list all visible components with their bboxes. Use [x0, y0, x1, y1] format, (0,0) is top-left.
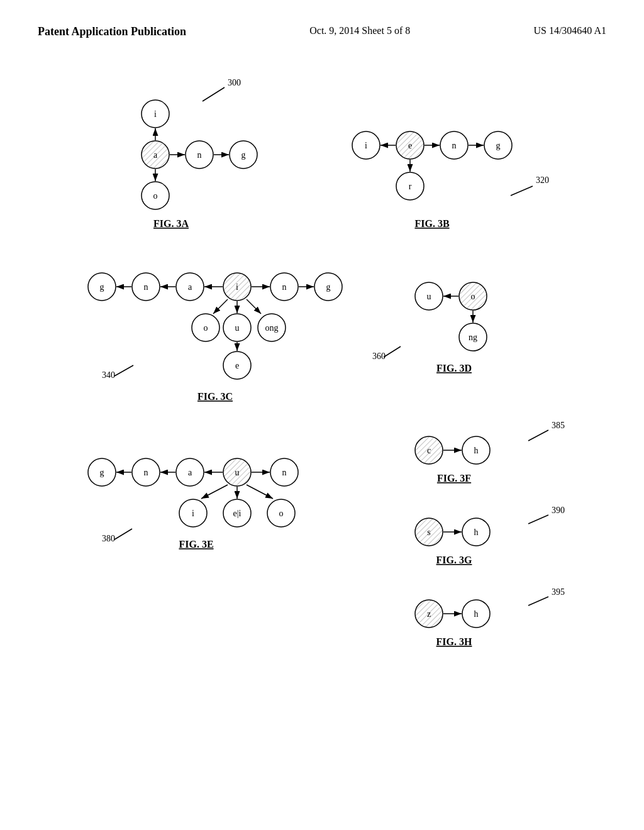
ref-340-line — [114, 365, 133, 376]
page-header: Patent Application Publication Oct. 9, 2… — [0, 0, 644, 51]
ref-390: 390 — [552, 506, 565, 515]
node-z-3h-label: z — [427, 609, 431, 619]
node-n-3b-label: n — [452, 141, 457, 150]
node-s-3g-label: s — [427, 528, 430, 537]
ref-395-line — [528, 597, 548, 606]
node-c-3f-label: c — [427, 446, 431, 455]
ref-390-line — [528, 515, 548, 524]
node-h-3f-label: h — [474, 446, 479, 455]
arrow-u-i-3e — [201, 485, 228, 499]
ref-300: 300 — [228, 78, 241, 87]
node-i-3e-label: i — [192, 509, 194, 518]
fig3c-label: FIG. 3C — [197, 391, 233, 402]
node-o-3a-label: o — [153, 191, 158, 201]
node-g-right-3c-label: g — [326, 282, 331, 292]
node-o-3c-label: o — [204, 323, 208, 333]
node-h-3h-label: h — [474, 609, 479, 619]
node-g-3b-label: g — [496, 141, 501, 150]
node-n-right-3c-label: n — [282, 282, 287, 292]
fig3f-label: FIG. 3F — [437, 473, 471, 484]
ref-360-line — [384, 346, 401, 357]
node-n-left-3c-label: n — [144, 282, 148, 292]
node-h-3g-label: h — [474, 528, 479, 537]
node-i-3b-label: i — [365, 141, 367, 150]
ref-320-line — [511, 186, 533, 196]
node-e-3b-label: e — [408, 141, 412, 150]
node-u-3c-label: u — [235, 323, 240, 333]
node-ng-3d-label: ng — [469, 333, 477, 342]
node-o-3d-label: o — [471, 292, 475, 301]
arrow-i-ong-3c — [247, 299, 261, 314]
ref-340: 340 — [102, 370, 115, 380]
node-a-3e-label: a — [188, 468, 192, 477]
node-r-3b-label: r — [409, 182, 412, 191]
node-n-right-3e-label: n — [282, 468, 287, 477]
arrow-i-o-3c — [213, 299, 228, 314]
node-u-3d-label: u — [427, 292, 431, 301]
diagrams-svg: 300 i a n g o FIG. 3A 320 i — [38, 64, 606, 805]
ref-300-line — [203, 87, 225, 101]
ref-385-line — [528, 430, 548, 441]
arrow-u-o-3e — [247, 485, 273, 499]
node-ei-3e-label: e|i — [233, 509, 242, 518]
node-n-left-3e-label: n — [144, 468, 148, 477]
main-content: 300 i a n g o FIG. 3A 320 i — [0, 51, 644, 821]
ref-320: 320 — [536, 175, 549, 185]
fig3a-label: FIG. 3A — [153, 218, 189, 229]
ref-395: 395 — [552, 587, 565, 597]
node-e-3c-label: e — [235, 361, 239, 370]
fig3b-label: FIG. 3B — [414, 218, 449, 229]
header-title: Patent Application Publication — [38, 25, 186, 38]
ref-385: 385 — [552, 421, 565, 430]
node-a-3a-label: a — [153, 150, 158, 160]
node-a-3c-label: a — [188, 282, 192, 292]
fig3h-label: FIG. 3H — [436, 636, 472, 647]
node-o-3e-label: o — [279, 509, 284, 518]
node-ong-3c-label: ong — [265, 323, 279, 333]
node-g-3e-label: g — [100, 468, 104, 477]
fig3d-label: FIG. 3D — [436, 363, 472, 374]
header-patent-number: US 14/304640 A1 — [533, 25, 606, 36]
fig3g-label: FIG. 3G — [436, 555, 472, 565]
node-u-3e-label: u — [235, 468, 240, 477]
ref-380: 380 — [102, 534, 115, 543]
ref-360: 360 — [372, 351, 386, 361]
node-i-3c-label: i — [236, 282, 238, 292]
ref-380-line — [114, 529, 132, 540]
fig3e-label: FIG. 3E — [179, 539, 213, 550]
node-g-left-3c-label: g — [100, 282, 104, 292]
node-i-3a-label: i — [154, 109, 157, 119]
node-g-3a-label: g — [242, 150, 246, 160]
node-n-3a-label: n — [197, 150, 202, 160]
header-date-sheet: Oct. 9, 2014 Sheet 5 of 8 — [309, 25, 410, 36]
